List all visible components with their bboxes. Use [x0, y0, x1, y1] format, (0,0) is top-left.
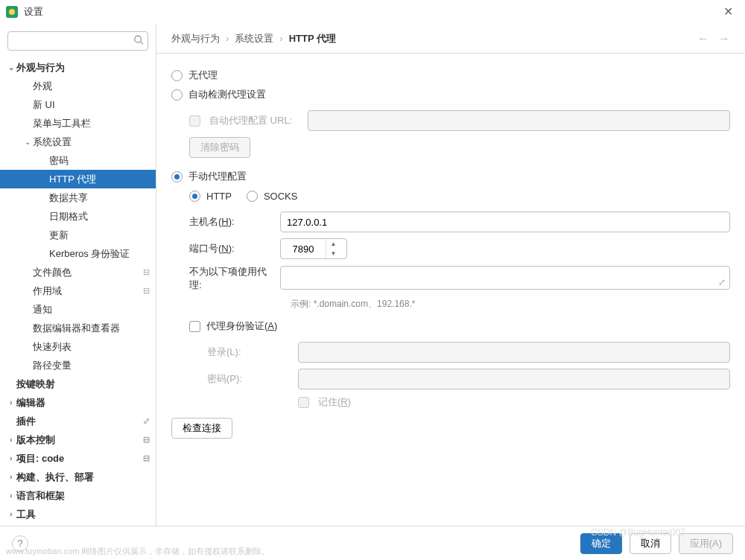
- crumb-1[interactable]: 系统设置: [235, 32, 273, 45]
- chevron-icon: ›: [6, 398, 16, 407]
- tree-item-label: 路径变量: [33, 359, 150, 372]
- check-connection-button[interactable]: 检查连接: [171, 418, 232, 439]
- no-proxy-for-label: 不为以下项使用代理:: [189, 265, 271, 292]
- settings-tree: ⌄外观与行为外观新 UI菜单与工具栏⌄系统设置密码HTTP 代理数据共享日期格式…: [0, 58, 156, 526]
- tree-item-16[interactable]: 路径变量: [0, 356, 156, 375]
- tree-item-21[interactable]: ›项目: code⊟: [0, 449, 156, 468]
- svg-point-1: [9, 9, 15, 15]
- tree-item-label: 作用域: [33, 284, 143, 298]
- auto-url-check: [189, 115, 200, 127]
- tree-item-4[interactable]: ⌄系统设置: [0, 133, 156, 151]
- tree-item-label: 快速列表: [33, 340, 150, 354]
- tree-item-17[interactable]: 按键映射: [0, 375, 156, 393]
- tree-item-label: 编辑器: [16, 396, 150, 410]
- host-input[interactable]: [280, 211, 730, 232]
- tree-item-9[interactable]: 更新: [0, 226, 156, 244]
- chevron-icon: ›: [6, 491, 16, 500]
- search-icon: [133, 35, 144, 48]
- spinner-up-icon[interactable]: ▲: [326, 239, 340, 249]
- tree-item-8[interactable]: 日期格式: [0, 207, 156, 226]
- tree-item-6[interactable]: HTTP 代理: [0, 170, 156, 188]
- tree-item-7[interactable]: 数据共享: [0, 188, 156, 207]
- tree-item-24[interactable]: ›工具: [0, 505, 156, 524]
- tree-item-label: 日期格式: [49, 210, 150, 223]
- window-title: 设置: [24, 5, 43, 19]
- svg-line-3: [141, 42, 144, 45]
- tree-item-0[interactable]: ⌄外观与行为: [0, 58, 156, 77]
- chevron-icon: ⌄: [22, 138, 33, 146]
- tree-item-3[interactable]: 菜单与工具栏: [0, 114, 156, 133]
- manual-proxy-radio[interactable]: [171, 171, 183, 182]
- login-label: 登录(L):: [207, 346, 289, 359]
- chevron-icon: ⌄: [6, 63, 16, 71]
- chevron-icon: ›: [6, 436, 16, 444]
- tree-item-12[interactable]: 作用域⊟: [0, 281, 156, 300]
- crumb-0[interactable]: 外观与行为: [171, 32, 220, 45]
- socks-radio[interactable]: [247, 191, 258, 202]
- tree-item-label: 插件: [16, 415, 143, 428]
- clear-password-button: 清除密码: [189, 137, 250, 158]
- app-icon: [6, 6, 18, 18]
- tree-item-18[interactable]: ›编辑器: [0, 393, 156, 412]
- search-input[interactable]: [7, 31, 148, 51]
- main-panel: 外观与行为 › 系统设置 › HTTP 代理 ← → 无代理 自动检测代理设置: [156, 24, 745, 526]
- tree-item-10[interactable]: Kerberos 身份验证: [0, 244, 156, 263]
- chevron-icon: ›: [6, 473, 16, 481]
- back-icon[interactable]: ←: [697, 32, 709, 45]
- manual-proxy-label: 手动代理配置: [188, 170, 247, 183]
- tree-item-22[interactable]: ›构建、执行、部署: [0, 468, 156, 486]
- remember-check: [298, 397, 309, 408]
- ok-button[interactable]: 确定: [580, 533, 622, 554]
- scope-badge-icon: ⊟: [143, 454, 150, 463]
- tree-item-label: 密码: [49, 154, 150, 168]
- http-radio[interactable]: [189, 191, 200, 202]
- tree-item-11[interactable]: 文件颜色⊟: [0, 263, 156, 281]
- tree-item-15[interactable]: 快速列表: [0, 337, 156, 356]
- tree-item-13[interactable]: 通知: [0, 300, 156, 319]
- tree-item-20[interactable]: ›版本控制⊟: [0, 430, 156, 449]
- port-label: 端口号(N):: [189, 242, 271, 255]
- tree-item-label: 新 UI: [33, 98, 150, 112]
- password-label: 密码(P):: [207, 372, 289, 386]
- cancel-button[interactable]: 取消: [630, 533, 671, 554]
- tree-item-23[interactable]: ›语言和框架: [0, 486, 156, 505]
- no-proxy-label: 无代理: [188, 69, 218, 82]
- auth-check[interactable]: [189, 321, 200, 332]
- tree-item-label: Kerberos 身份验证: [49, 247, 150, 261]
- tree-item-label: 构建、执行、部署: [16, 471, 150, 484]
- chevron-icon: ›: [6, 454, 16, 462]
- scope-badge-icon: ⊟: [143, 435, 150, 445]
- scope-badge-icon: ⤢: [143, 416, 150, 426]
- expand-icon[interactable]: ⤢: [718, 277, 726, 287]
- tree-item-1[interactable]: 外观: [0, 77, 156, 95]
- tree-item-19[interactable]: 插件⤢: [0, 412, 156, 430]
- port-input[interactable]: [281, 244, 326, 255]
- chevron-right-icon: ›: [226, 33, 229, 44]
- auto-url-label: 自动代理配置 URL:: [209, 114, 299, 127]
- auto-detect-label: 自动检测代理设置: [188, 88, 266, 101]
- login-input: [298, 342, 730, 363]
- tree-item-5[interactable]: 密码: [0, 151, 156, 170]
- crumb-2: HTTP 代理: [289, 32, 336, 45]
- no-proxy-radio[interactable]: [171, 70, 183, 81]
- no-proxy-for-input[interactable]: [280, 266, 730, 290]
- forward-icon[interactable]: →: [718, 32, 730, 45]
- tree-item-14[interactable]: 数据编辑器和查看器: [0, 319, 156, 337]
- tree-item-2[interactable]: 新 UI: [0, 95, 156, 114]
- tree-item-label: 更新: [49, 229, 150, 242]
- scope-badge-icon: ⊟: [143, 286, 150, 296]
- http-label: HTTP: [206, 191, 232, 202]
- spinner-down-icon[interactable]: ▼: [326, 249, 340, 258]
- auth-label: 代理身份验证(A): [206, 319, 277, 333]
- chevron-icon: ›: [6, 510, 16, 518]
- auto-detect-radio[interactable]: [171, 89, 183, 101]
- host-label: 主机名(H):: [189, 215, 271, 229]
- watermark: www.toymoban.com 网络图片仅供展示，非存储，如有侵权请联系删除。: [6, 546, 270, 557]
- tree-item-label: 文件颜色: [33, 266, 143, 279]
- tree-item-label: 工具: [16, 508, 150, 521]
- tree-item-label: 项目: code: [16, 452, 143, 465]
- port-spinner[interactable]: ▲▼: [280, 238, 347, 259]
- close-icon[interactable]: ✕: [717, 1, 739, 22]
- socks-label: SOCKS: [264, 191, 298, 202]
- sidebar: ⌄外观与行为外观新 UI菜单与工具栏⌄系统设置密码HTTP 代理数据共享日期格式…: [0, 24, 156, 526]
